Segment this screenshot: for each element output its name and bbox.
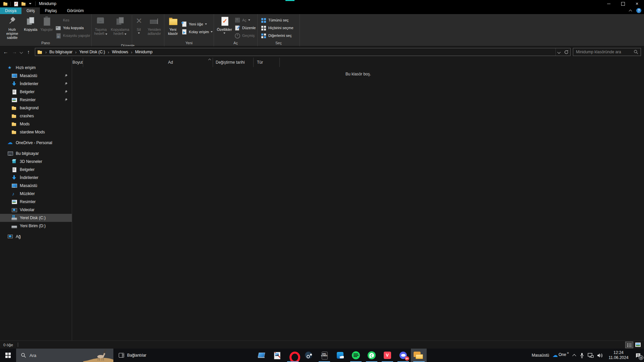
taskbar-app-outlook[interactable] xyxy=(332,349,348,362)
breadcrumb-item[interactable]: Bu bilgisayar xyxy=(43,50,72,55)
taskbar-app-whatsapp[interactable] xyxy=(364,349,379,362)
explorer-search-box[interactable] xyxy=(573,48,641,56)
move-to-button[interactable]: Taşıma hedefi xyxy=(93,15,109,36)
sidebar-item-crashes[interactable]: crashes xyxy=(0,112,72,120)
taskbar-app-discord[interactable]: 9+ xyxy=(395,349,411,362)
sidebar-item-mods[interactable]: Mods xyxy=(0,120,72,128)
sidebar-item-onedrive[interactable]: OneDrive - Personal xyxy=(0,139,72,147)
taskbar-app-spotify[interactable] xyxy=(348,349,364,362)
thumbnails-view-button[interactable] xyxy=(634,342,642,348)
copy-path-button[interactable]: Yolu kopyala xyxy=(54,25,91,31)
sidebar-item-local-disk-c[interactable]: Yerel Disk (C:) xyxy=(0,214,72,222)
qat-properties-icon[interactable] xyxy=(13,1,18,6)
paste-button[interactable]: Yapıştır xyxy=(39,15,54,32)
breadcrumb-item[interactable]: Yerel Disk (C:) xyxy=(72,50,105,55)
column-header-tur[interactable]: Tür xyxy=(254,58,280,67)
collapse-ribbon-icon[interactable] xyxy=(629,9,632,12)
clock[interactable]: 12:24 11.06.2024 xyxy=(606,350,631,360)
back-button[interactable]: ← xyxy=(1,48,10,56)
breadcrumb-item[interactable]: Minidump xyxy=(128,50,152,55)
sidebar-item-videos[interactable]: Videolar xyxy=(0,206,72,214)
maximize-button[interactable] xyxy=(616,0,630,7)
sidebar-item-pictures[interactable]: Resimler xyxy=(0,96,72,104)
rename-button[interactable]: Yeniden adlandır xyxy=(145,15,164,36)
invert-selection-button[interactable]: Diğerlerini seç xyxy=(260,33,294,39)
copy-to-button[interactable]: Kopyalama hedefi xyxy=(110,15,130,36)
desktop-toolbar-label[interactable]: Masaüstü xyxy=(532,353,549,358)
column-header-degistirme-tarihi[interactable]: Değiştirme tarihi xyxy=(213,58,254,67)
close-button[interactable] xyxy=(630,0,644,7)
address-bar[interactable]: Bu bilgisayarYerel Disk (C:)WindowsMinid… xyxy=(35,48,571,56)
action-center-button[interactable]: 4 xyxy=(634,351,642,359)
select-none-button[interactable]: Hiçbirini seçme xyxy=(260,25,294,31)
sidebar-item-pictures-pc[interactable]: Resimler xyxy=(0,198,72,206)
copy-button[interactable]: Kopyala xyxy=(23,15,39,32)
sidebar-item-quick-access[interactable]: Hızlı erişim xyxy=(0,64,72,72)
select-all-icon xyxy=(261,17,267,23)
qat-customize-caret-icon[interactable] xyxy=(29,1,32,6)
details-view-button[interactable] xyxy=(625,342,633,348)
volume-icon[interactable] xyxy=(597,353,603,358)
minimize-button[interactable] xyxy=(602,0,616,7)
taskbar-app-steam[interactable] xyxy=(301,349,316,362)
pin-to-quick-access-button[interactable]: Hızlı erişime sabitle xyxy=(2,15,22,40)
edit-button[interactable]: Düzenle xyxy=(233,25,257,31)
column-header-boyut[interactable]: Boyut xyxy=(72,58,83,67)
paste-shortcut-button[interactable]: Kısayolu yapıştır xyxy=(54,33,91,39)
sidebar-item-new-volume-d[interactable]: Yeni Birim (D:) xyxy=(0,222,72,230)
sidebar-item-downloads-pc[interactable]: İndirilenler xyxy=(0,174,72,182)
taskbar-app-file-explorer[interactable] xyxy=(411,349,427,362)
taskbar-search-input[interactable] xyxy=(26,353,113,358)
tab-paylas[interactable]: Paylaş xyxy=(40,7,62,14)
forward-button[interactable]: → xyxy=(10,48,19,56)
sidebar-item-documents-pc[interactable]: Belgeler xyxy=(0,166,72,174)
links-toolbar[interactable]: Bağlantılar xyxy=(119,353,146,358)
cut-button[interactable]: Kes xyxy=(54,17,91,23)
refresh-icon[interactable] xyxy=(562,48,570,56)
up-button[interactable]: ↑ xyxy=(24,48,33,56)
onedrive-tray-item[interactable]: ☁ One » xyxy=(552,352,569,358)
column-header-ad[interactable]: Ad xyxy=(166,58,213,67)
open-button[interactable]: Aç xyxy=(233,17,257,23)
address-row: ← → ↑ Bu bilgisayarYerel Disk (C:)Window… xyxy=(0,46,644,58)
taskbar-app-epic-games[interactable] xyxy=(316,349,332,362)
sidebar-item-downloads[interactable]: İndirilenler xyxy=(0,80,72,88)
sidebar-item-network[interactable]: Ağ xyxy=(0,233,72,241)
sidebar-item-backgrond[interactable]: backgrond xyxy=(0,104,72,112)
help-icon[interactable]: ? xyxy=(636,8,641,13)
sidebar-item-3d-objects[interactable]: 3D Nesneler xyxy=(0,158,72,166)
easy-access-button[interactable]: Kolay erişim xyxy=(180,29,214,35)
taskbar-app-valorant[interactable] xyxy=(379,349,395,362)
new-item-button[interactable]: Yeni öğe xyxy=(180,21,214,27)
select-all-button[interactable]: Tümünü seç xyxy=(260,17,294,23)
tab-gorunum[interactable]: Görünüm xyxy=(62,7,89,14)
address-dropdown-icon[interactable] xyxy=(555,48,562,56)
sidebar-item-documents[interactable]: Belgeler xyxy=(0,88,72,96)
sidebar-item-stardew-mods[interactable]: stardew Mods xyxy=(0,128,72,136)
sidebar-item-this-pc[interactable]: Bu bilgisayar xyxy=(0,149,72,158)
recent-locations-icon[interactable] xyxy=(19,48,24,56)
delete-button[interactable]: Sil xyxy=(133,15,144,34)
sidebar-item-desktop-pc[interactable]: Masaüstü xyxy=(0,182,72,190)
explorer-search-input[interactable] xyxy=(573,50,634,54)
properties-button[interactable]: Özellikler xyxy=(216,15,233,34)
taskbar-app-paint[interactable] xyxy=(269,349,285,362)
tab-giris[interactable]: Giriş xyxy=(21,7,40,14)
qat-new-folder-icon[interactable] xyxy=(21,1,26,6)
taskbar-app-opera[interactable] xyxy=(285,349,301,362)
taskbar-search-box[interactable] xyxy=(16,349,113,362)
taskbar-app-computer[interactable] xyxy=(253,349,269,362)
breadcrumb-item[interactable]: Windows xyxy=(105,50,128,55)
sidebar-item-desktop[interactable]: Masaüstü xyxy=(0,72,72,80)
sidebar-item-music[interactable]: Müzikler xyxy=(0,190,72,198)
tree-item-icon xyxy=(11,175,17,180)
start-button[interactable] xyxy=(0,349,16,362)
microphone-icon[interactable] xyxy=(580,353,584,358)
new-folder-button[interactable]: Yeni klasör xyxy=(166,15,180,36)
hidden-icons-chevron[interactable] xyxy=(572,353,576,357)
dropdown-caret-icon xyxy=(223,33,225,34)
history-button[interactable]: Geçmiş xyxy=(233,33,257,39)
toolbar-overflow-chevron[interactable]: » xyxy=(567,351,569,355)
network-icon[interactable] xyxy=(588,353,594,358)
tab-dosya[interactable]: Dosya xyxy=(0,7,21,14)
